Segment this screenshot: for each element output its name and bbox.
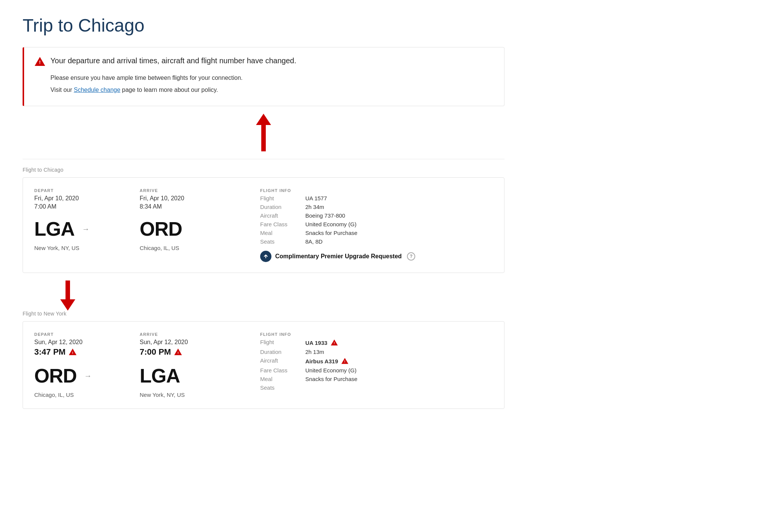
alert-header: ! Your departure and arrival times, airc… — [35, 56, 494, 67]
arrow-stem-down — [66, 280, 70, 299]
flight2-arrive-time: 7:00 PM ! — [140, 347, 245, 357]
flight2-info-table: Flight UA 1933 ! Duration 2h 13m Aircraf… — [260, 339, 493, 391]
flight2-seats-label: Seats — [260, 384, 305, 391]
upgrade-badge: Complimentary Premier Upgrade Requested … — [260, 251, 493, 262]
flight1-seats: 8A, 8D — [305, 238, 493, 245]
flight1-depart-airport-row: LGA → — [34, 218, 140, 240]
flight2-arrive-date: Sun, Apr 12, 2020 — [140, 339, 245, 346]
flight2-card: DEPART Sun, Apr 12, 2020 3:47 PM ! ORD →… — [23, 321, 504, 409]
arrow-head-up — [256, 114, 271, 125]
flight2-seats — [305, 384, 493, 391]
flight1-flight-number: UA 1577 — [305, 195, 493, 201]
page-title: Trip to Chicago — [23, 15, 504, 36]
flight2-depart-airport-row: ORD → — [34, 364, 140, 387]
flight1-info-col: FLIGHT INFO Flight UA 1577 Duration 2h 3… — [245, 188, 493, 262]
flight1-arrow-right: → — [82, 225, 90, 233]
flight2-meal-label: Meal — [260, 376, 305, 382]
arrow-head-down — [60, 299, 75, 311]
flight1-arrive-city: Chicago, IL, US — [140, 245, 245, 251]
flight1-arrive-date: Fri, Apr 10, 2020 — [140, 195, 245, 202]
flight1-duration: 2h 34m — [305, 204, 493, 210]
arrive-time-warning-icon: ! — [174, 348, 182, 356]
flight2-depart-date: Sun, Apr 12, 2020 — [34, 339, 140, 346]
flight2-flight-number: UA 1933 ! — [305, 339, 493, 346]
flight1-meal: Snacks for Purchase — [305, 230, 493, 236]
arrow-down-container — [60, 280, 75, 311]
flight1-seats-label: Seats — [260, 238, 305, 245]
help-icon[interactable]: ? — [407, 252, 415, 261]
flight1-aircraft-label: Aircraft — [260, 212, 305, 219]
flight2-section-label: Flight to New York — [23, 311, 504, 317]
divider-1 — [23, 159, 504, 159]
flight2-arrive-city: New York, NY, US — [140, 392, 245, 398]
flight1-depart-col: DEPART Fri, Apr 10, 2020 7:00 AM LGA → N… — [34, 188, 140, 262]
flight1-meal-label: Meal — [260, 230, 305, 236]
flight2-duration-label: Duration — [260, 349, 305, 355]
flight2-flight-number-label: Flight — [260, 339, 305, 346]
flight1-aircraft: Boeing 737-800 — [305, 212, 493, 219]
arrow-up-annotation — [23, 114, 504, 151]
flight2-section: Flight to New York — [23, 280, 504, 317]
flight2-info-col: FLIGHT INFO Flight UA 1933 ! Duration 2h… — [245, 332, 493, 398]
flight2-grid: DEPART Sun, Apr 12, 2020 3:47 PM ! ORD →… — [34, 332, 493, 398]
flight2-arrive-airport-row: LGA — [140, 364, 245, 387]
flight1-fare-class: United Economy (G) — [305, 221, 493, 227]
flight1-fare-class-label: Fare Class — [260, 221, 305, 227]
warning-icon: ! — [35, 56, 45, 67]
arrow-down-annotation — [23, 280, 504, 307]
flight1-arrive-label: ARRIVE — [140, 188, 245, 193]
upgrade-icon — [260, 251, 271, 262]
svg-text:!: ! — [72, 351, 73, 355]
flight2-meal: Snacks for Purchase — [305, 376, 493, 382]
flight2-arrive-airport-code: LGA — [140, 364, 180, 387]
flight2-arrive-col: ARRIVE Sun, Apr 12, 2020 7:00 PM ! LGA N… — [140, 332, 245, 398]
flight1-card: DEPART Fri, Apr 10, 2020 7:00 AM LGA → N… — [23, 177, 504, 273]
flight1-flight-number-label: Flight — [260, 195, 305, 201]
alert-body-line1: Please ensure you have ample time betwee… — [50, 73, 494, 83]
flight1-arrive-col: ARRIVE Fri, Apr 10, 2020 8:34 AM ORD Chi… — [140, 188, 245, 262]
flight2-fare-class: United Economy (G) — [305, 367, 493, 373]
flight2-arrive-label: ARRIVE — [140, 332, 245, 337]
flight1-arrive-airport-code: ORD — [140, 218, 182, 240]
flight1-section-label: Flight to Chicago — [23, 167, 504, 173]
alert-box: ! Your departure and arrival times, airc… — [23, 47, 504, 106]
aircraft-warning-icon: ! — [341, 357, 349, 365]
flight-number-warning-icon: ! — [331, 339, 338, 346]
flight1-arrive-time: 8:34 AM — [140, 203, 245, 210]
flight2-depart-airport-code: ORD — [34, 364, 77, 387]
svg-text:!: ! — [344, 360, 346, 363]
flight1-depart-time: 7:00 AM — [34, 203, 140, 210]
flight1-arrive-airport-row: ORD — [140, 218, 245, 240]
flight1-duration-label: Duration — [260, 204, 305, 210]
arrow-stem-up — [261, 125, 266, 151]
flight1-info-table: Flight UA 1577 Duration 2h 34m Aircraft … — [260, 195, 493, 245]
flight1-depart-label: DEPART — [34, 188, 140, 193]
flight2-aircraft-label: Aircraft — [260, 357, 305, 365]
flight2-duration: 2h 13m — [305, 349, 493, 355]
flight1-grid: DEPART Fri, Apr 10, 2020 7:00 AM LGA → N… — [34, 188, 493, 262]
depart-time-warning-icon: ! — [69, 348, 77, 356]
flight1-depart-airport-code: LGA — [34, 218, 75, 240]
flight2-depart-time: 3:47 PM ! — [34, 347, 140, 357]
alert-body: Please ensure you have ample time betwee… — [50, 73, 494, 95]
alert-body-line2: Visit our Schedule change page to learn … — [50, 85, 494, 95]
flight2-aircraft: Airbus A319 ! — [305, 357, 493, 365]
svg-text:!: ! — [334, 341, 335, 345]
flight2-fare-class-label: Fare Class — [260, 367, 305, 373]
flight2-depart-label: DEPART — [34, 332, 140, 337]
flight1-depart-date: Fri, Apr 10, 2020 — [34, 195, 140, 202]
flight2-depart-city: Chicago, IL, US — [34, 392, 140, 398]
flight1-info-label: FLIGHT INFO — [260, 188, 493, 193]
svg-text:!: ! — [39, 59, 41, 65]
svg-text:!: ! — [178, 351, 179, 355]
flight2-arrow-right: → — [84, 372, 92, 380]
flight2-depart-col: DEPART Sun, Apr 12, 2020 3:47 PM ! ORD →… — [34, 332, 140, 398]
flight2-info-label: FLIGHT INFO — [260, 332, 493, 337]
schedule-change-link[interactable]: Schedule change — [74, 87, 120, 93]
upgrade-text: Complimentary Premier Upgrade Requested — [275, 253, 402, 260]
alert-title: Your departure and arrival times, aircra… — [50, 56, 296, 65]
flight1-depart-city: New York, NY, US — [34, 245, 140, 251]
